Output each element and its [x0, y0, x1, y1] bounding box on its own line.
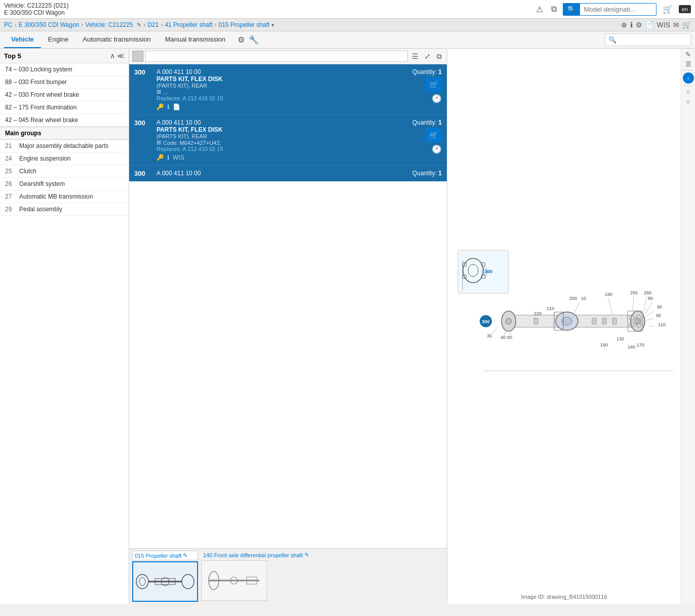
top5-item[interactable]: 82 – 175 Front illumination	[0, 101, 129, 114]
filter-icon[interactable]: ⚙	[636, 21, 642, 29]
part-name: PARTS KIT, FLEX DISK	[157, 126, 408, 133]
main-area: Top 5 ∧ ≪ 74 – 030 Locking system 88 – 0…	[0, 49, 695, 604]
clock-icon[interactable]: 🕐	[432, 144, 442, 154]
breadcrumb-propshaft[interactable]: 41 Propeller shaft	[165, 21, 212, 28]
edit-diagram-icon[interactable]: ✎	[685, 51, 691, 58]
group-label: Pedal assembly	[19, 206, 62, 213]
svg-text:110: 110	[658, 322, 666, 327]
info-sm-icon[interactable]: ℹ	[167, 103, 170, 110]
tab-automatic[interactable]: Automatic transmission	[75, 31, 158, 48]
group-item[interactable]: 26 Gearshift system	[0, 178, 129, 190]
qty-label: Quantity: 1	[412, 68, 442, 75]
wrench-icon[interactable]: 🔧	[248, 34, 260, 46]
bottom-tab-140[interactable]: 140 Front axle differential propeller sh…	[201, 551, 311, 602]
zoom-in-icon[interactable]: ⊕	[621, 21, 627, 29]
bottom-tab-140-image[interactable]	[201, 560, 267, 601]
svg-line-65	[633, 296, 634, 311]
edit-icon[interactable]: ✎	[183, 552, 187, 559]
group-num: 25	[5, 168, 15, 175]
top5-item[interactable]: 42 – 030 Front wheel brake	[0, 89, 129, 101]
part-row[interactable]: 300 A 000 411 10 00 Quantity: 1	[129, 166, 447, 181]
part-qty-area: Quantity: 1 🛒 🕐	[412, 68, 442, 103]
svg-rect-36	[592, 318, 596, 324]
circle-icon-2[interactable]: ○	[686, 98, 690, 105]
edit-icon[interactable]: ✎	[304, 552, 309, 558]
collapse-icon[interactable]: ∧	[110, 52, 115, 60]
parts-search-input[interactable]	[145, 51, 408, 62]
divider	[683, 70, 693, 70]
group-item[interactable]: 29 Pedal assembly	[0, 203, 129, 216]
info-icon[interactable]: ℹ	[630, 21, 633, 29]
svg-point-1	[139, 578, 145, 586]
add-to-cart-button[interactable]: 🛒	[426, 78, 442, 92]
search-button[interactable]: 🔍	[563, 4, 580, 15]
mail-icon[interactable]: ✉	[673, 21, 679, 29]
code-text: Code: M642+427+U42;	[163, 140, 221, 146]
circle-icon-1[interactable]: ○	[686, 88, 690, 96]
svg-text:240: 240	[605, 292, 612, 297]
parts-list-inner: 300 A 000 411 10 00 PARTS KIT, FLEX DISK…	[129, 64, 447, 181]
part-info: A 000 411 10 00	[157, 170, 408, 177]
part-subtitle: (PARTS KIT), REAR	[157, 83, 408, 89]
group-item[interactable]: 24 Engine suspension	[0, 152, 129, 165]
top5-item[interactable]: 42 – 045 Rear wheel brake	[0, 114, 129, 127]
part-replaces[interactable]: Replaces: A 212 410 02 15	[157, 95, 408, 101]
list-view-icon[interactable]: ☰	[410, 51, 420, 61]
tab-vehicle[interactable]: Vehicle	[4, 31, 41, 48]
part-action-icons: 🔑 ℹ WIS	[157, 154, 408, 161]
doc-sm-icon[interactable]: 📄	[173, 103, 180, 110]
svg-text:130: 130	[616, 336, 624, 341]
bottom-tab-015-image[interactable]	[132, 561, 198, 602]
fullscreen-icon[interactable]: ⧉	[435, 51, 444, 62]
group-item[interactable]: 21 Major assembly detachable parts	[0, 140, 129, 152]
breadcrumb-vehicle[interactable]: Vehicle: C212225	[85, 21, 133, 28]
svg-text:140: 140	[628, 344, 635, 350]
group-item[interactable]: 27 Automatic MB transmission	[0, 190, 129, 203]
breadcrumb-015[interactable]: 015 Propeller shaft	[218, 21, 269, 28]
part-number: A 000 411 10 00	[157, 170, 408, 177]
expand-icon[interactable]: ⤢	[422, 51, 433, 61]
search-input[interactable]	[580, 4, 656, 15]
part-replaces[interactable]: Replaces: A 212 410 02 15	[157, 146, 408, 152]
tab-engine[interactable]: Engine	[41, 31, 75, 48]
document-icon[interactable]: 📄	[645, 21, 654, 29]
top5-item[interactable]: 88 – 030 Front bumper	[0, 76, 129, 89]
svg-point-0	[136, 574, 148, 589]
copy-icon[interactable]: ⧉	[549, 4, 559, 15]
key-icon[interactable]: 🔑	[157, 154, 164, 161]
breadcrumb-pc[interactable]: PC	[4, 21, 13, 28]
breadcrumb-dropdown-icon[interactable]: ▾	[272, 22, 274, 28]
cart-breadcrumb-icon[interactable]: 🛒	[682, 21, 691, 29]
part-row[interactable]: 300 A 000 411 10 00 PARTS KIT, FLEX DISK…	[129, 115, 447, 166]
info-sm-icon[interactable]: ℹ	[167, 154, 170, 161]
bottom-tabs: 015 Propeller shaft ✎	[129, 548, 447, 604]
clock-icon[interactable]: 🕐	[432, 94, 442, 103]
cart-icon[interactable]: 🛒	[661, 4, 675, 15]
part-pos: 300	[134, 68, 152, 76]
vehicle-edit-icon[interactable]: ✎	[137, 22, 141, 28]
part-row[interactable]: 300 A 000 411 10 00 PARTS KIT, FLEX DISK…	[129, 64, 447, 115]
warning-icon[interactable]: ⚠	[534, 4, 545, 15]
top5-item[interactable]: 74 – 030 Locking system	[0, 63, 129, 76]
breadcrumb-model[interactable]: E 300/350 CDI Wagon	[19, 21, 80, 28]
vehicle-model: E 300/350 CDI Wagon	[4, 9, 68, 16]
tabbar-search-input[interactable]	[620, 34, 690, 46]
settings-icon[interactable]: ⚙	[237, 34, 246, 46]
grid-icon: ⊞	[157, 139, 161, 146]
wis-icon[interactable]: WIS	[657, 21, 670, 29]
add-to-cart-button[interactable]: 🛒	[426, 128, 442, 142]
tab-manual[interactable]: Manual transmission	[158, 31, 233, 48]
main-groups-label: Main groups	[0, 127, 129, 140]
group-num: 21	[5, 142, 15, 149]
svg-line-39	[492, 326, 498, 334]
breadcrumb-d21[interactable]: D21	[147, 21, 159, 28]
bottom-tab-015[interactable]: 015 Propeller shaft ✎	[132, 551, 198, 602]
nav-right-icon[interactable]: ›	[683, 72, 694, 84]
wis-sm-icon[interactable]: WIS	[173, 154, 184, 161]
part-info: A 000 411 10 00 PARTS KIT, FLEX DISK (PA…	[157, 68, 408, 110]
sidebar-icon-1[interactable]: ☰	[685, 60, 691, 68]
key-icon[interactable]: 🔑	[157, 103, 164, 110]
divider	[683, 86, 693, 86]
close-top5-icon[interactable]: ≪	[117, 52, 125, 60]
group-item[interactable]: 25 Clutch	[0, 165, 129, 178]
